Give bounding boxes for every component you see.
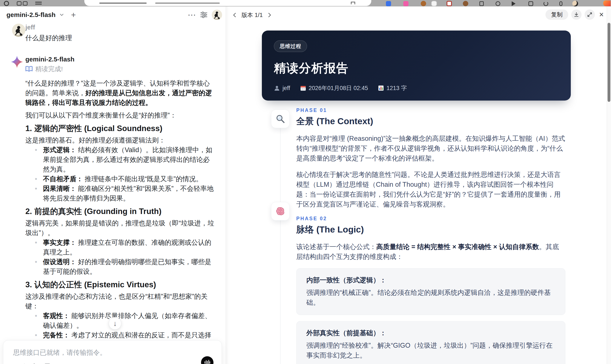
extension-pink-icon[interactable] [403,1,409,6]
section-heading: 2. 前提的真实性 (Grounding in Truth) [25,207,214,216]
meta-date: 2026年01月08日 02:45 [300,84,368,92]
browser-logo-orange[interactable] [603,0,611,6]
model-selector[interactable]: gemini-2.5-flash [6,11,55,18]
extension-timer-icon[interactable] [529,1,533,6]
user-avatar[interactable] [212,10,222,20]
brain-icon [271,202,290,221]
extension-circle-icon[interactable] [544,1,548,6]
expand-button[interactable] [584,10,595,20]
extension-glyph-icon[interactable] [559,1,562,6]
extension-brown2-icon[interactable] [463,1,468,6]
voice-input-button[interactable] [201,356,213,364]
artifact-panel: 版本 1/1 复制 × [226,6,611,364]
extension-red-icon[interactable] [447,1,452,6]
section-desc: 这是推理的基石。好的推理必须遵循逻辑法则： [25,135,214,145]
scroll-to-bottom-button[interactable]: ↓ [109,317,121,330]
settings-sliders-icon[interactable] [199,10,209,20]
url-text-fragment2 [155,3,220,4]
bullet-list: 形式逻辑：结构必须有效（Valid）。比如演绎推理中，如果前提全部为真，那么通过… [25,145,214,203]
window-controls-fragment2[interactable] [23,1,27,6]
extension-brown-icon[interactable] [421,1,426,6]
scrollbar-thumb[interactable] [608,23,610,102]
chevron-right-icon[interactable] [266,12,272,18]
section-desc: 逻辑再完美，如果前提是错误的，推理也是垃圾（即“垃圾进，垃圾出”）。 [25,218,214,238]
profile-avatar[interactable] [572,1,578,6]
person-icon [274,85,280,91]
card-title: 内部一致性（形式逻辑）： [306,276,555,285]
phase2-formula: 该论述基于一个核心公式：高质量结论 = 结构完整性 × 事实准确性 × 认知自律… [296,242,565,262]
url-text-fragment [99,3,147,4]
meta-word-count: 1213 字 [378,84,407,92]
app-window: gemini-2.5-flash + ⋯ [0,6,611,364]
download-button[interactable] [571,10,582,20]
status-text: 精读完成! [35,65,63,73]
bookmark-icon[interactable] [44,363,51,364]
report-badge: 思维过程 [274,40,307,52]
extension-white-icon[interactable] [431,1,437,6]
report-title: 精读分析报告 [274,60,559,77]
section-heading: 1. 逻辑的严密性 (Logical Soundness) [25,124,214,133]
section-heading: 3. 认知的公正性 (Epistemic Virtues) [25,280,214,290]
assistant-paragraph: “什么是好的推理？”这是一个涉及逻辑学、认知科学和哲学核心的问题。简单来说，好的… [25,78,214,107]
bullet-list: 事实支撑：推理建立在可靠的数据、准确的观测或公认的真理之上。 假设透明：好的推理… [25,238,214,276]
bookmark-icon-fragment[interactable] [351,2,355,4]
window-controls-fragment[interactable] [17,1,22,6]
artifact-content: 思维过程 精读分析报告 jeff 2026年01月08日 02:45 1213 … [226,18,611,364]
list-item: 因果清晰：能准确区分“相关性”和“因果关系”，不会轻率地将先后发生的事情归为因果… [25,184,214,203]
report-hero-card: 思维过程 精读分析报告 jeff 2026年01月08日 02:45 1213 … [262,30,571,101]
extension-blue-icon[interactable] [386,1,391,6]
chevron-down-icon[interactable] [59,12,65,18]
phase1-paragraph: 本内容是对“推理 (Reasoning)”这一抽象概念的高层建模。在知识爆炸与人… [296,134,565,163]
status-line: 精读完成! [25,65,214,73]
dimension-card: 外部真实性（前提基础）： 强调推理的“经验校准”。解决“GIGO（垃圾进，垃圾出… [296,321,565,364]
message-composer[interactable]: 思维接口已就绪，请传输指令。 + [3,340,222,364]
version-nav: 版本 1/1 [232,11,272,19]
tab-favicon-fragment[interactable] [4,1,9,6]
chevron-left-icon[interactable] [232,12,238,18]
meta-author: jeff [274,85,290,91]
sparkle-diamonds-icon[interactable] [30,363,38,364]
address-bar[interactable] [84,0,371,6]
extension-gray2-icon[interactable] [496,1,500,6]
copy-button[interactable]: 复制 [545,10,568,20]
bar-chart-icon [378,85,384,91]
phase2-label: PHASE 02 [296,216,565,221]
attach-button[interactable]: + [13,362,18,364]
open-book-icon [25,66,33,72]
close-button[interactable]: × [599,10,604,20]
menu-icon[interactable] [35,2,42,3]
user-message-text: 什么是好的推理 [25,33,214,43]
phase1-title: 全景 (The Context) [296,115,565,127]
version-label: 版本 1/1 [241,11,263,19]
user-name: jeff [25,23,214,31]
report-body: PHASE 01 全景 (The Context) 本内容是对“推理 (Reas… [296,107,565,364]
magnifier-icon [271,110,290,128]
phase2-title: 脉络 (The Logic) [296,224,565,235]
composer-toolbar: + [13,362,51,364]
assistant-paragraph: 我们可以从以下四个维度来衡量什么是“好的推理”： [25,110,214,120]
artifact-actions: 复制 × [545,10,604,20]
waveform-icon [204,359,211,364]
browser-toolbar [0,0,611,6]
report-meta: jeff 2026年01月08日 02:45 1213 字 [274,84,559,92]
dimension-card: 内部一致性（形式逻辑）： 强调推理的“机械正确”。结论必须在给定的规则系统内逻辑… [296,268,565,315]
more-options-button[interactable]: ⋯ [188,12,196,18]
phase1-label: PHASE 01 [296,107,327,113]
list-item: 不自相矛盾：推理链条中不能出现“既是又非”的情况。 [25,174,214,184]
extension-play-icon[interactable] [512,1,516,6]
page-scrollbar[interactable] [607,6,611,364]
list-item: 事实支撑：推理建立在可靠的数据、准确的观测或公认的真理之上。 [25,238,214,257]
chat-header: gemini-2.5-flash + ⋯ [0,6,226,20]
list-item: 形式逻辑：结构必须有效（Valid）。比如演绎推理中，如果前提全部为真，那么通过… [25,145,214,174]
extension-gray-icon[interactable] [479,1,484,6]
expand-icon [587,12,593,17]
phase1-paragraph: 核心情境在于解决“思考的随意性”问题。不论是人类通过批判性思维进行决策，还是大语… [296,170,565,209]
new-chat-button[interactable]: + [71,12,76,18]
card-title: 外部真实性（前提基础）： [306,328,555,338]
calendar-icon [300,85,306,91]
chat-panel: gemini-2.5-flash + ⋯ [0,6,226,364]
list-item: 假设透明：好的推理会明确指明哪些是已知事实，哪些是基于可能的假设。 [25,257,214,276]
card-body: 强调推理的“经验校准”。解决“GIGO（垃圾进，垃圾出）”问题，确保推理引擎运行… [306,341,555,360]
user-avatar [12,24,25,37]
assistant-name: gemini-2.5-flash [25,55,214,63]
